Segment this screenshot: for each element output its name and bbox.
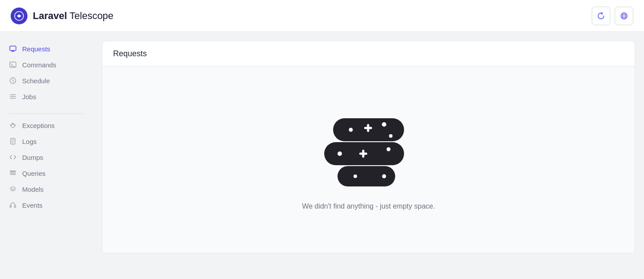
header-actions [592,7,633,25]
sidebar-item-logs[interactable]: Logs [0,133,93,149]
svg-point-41 [387,147,391,151]
header-brand: Laravel Telescope [11,8,114,24]
sidebar-divider [9,113,84,114]
sidebar-label-schedule: Schedule [22,77,50,85]
sidebar-label-dumps: Dumps [22,154,43,161]
file-icon [9,137,17,145]
rows-icon [9,169,17,177]
empty-illustration [315,109,422,189]
sidebar-item-queries[interactable]: Queries [0,165,93,181]
svg-point-45 [382,174,386,178]
sidebar-label-queries: Queries [22,170,46,177]
content-card: Requests [102,41,635,253]
sidebar-label-models: Models [22,186,43,193]
app-header: Laravel Telescope [0,0,644,32]
sidebar-label-logs: Logs [22,138,37,145]
svg-rect-30 [10,205,12,208]
svg-point-44 [353,174,357,178]
sidebar-item-models[interactable]: Models [0,181,93,197]
empty-message: We didn't find anything - just empty spa… [302,202,435,210]
main-content: Requests [93,32,644,279]
page-title: Requests [113,49,147,58]
globe-button[interactable] [615,7,633,25]
sidebar: Requests Commands Schedule [0,32,93,279]
monitor-icon [9,45,17,53]
app-layout: Requests Commands Schedule [0,32,644,279]
globe-icon [620,12,628,20]
sidebar-label-jobs: Jobs [22,93,36,101]
content-card-body: We didn't find anything - just empty spa… [102,67,635,253]
svg-point-40 [338,151,342,156]
svg-rect-43 [359,153,367,155]
sidebar-section-secondary: Exceptions Logs Dumps Quer [0,117,93,213]
app-title: Laravel Telescope [33,10,114,22]
sidebar-section-primary: Requests Commands Schedule [0,41,93,105]
svg-rect-7 [10,46,16,50]
clock-icon [9,77,17,85]
sidebar-label-requests: Requests [22,45,50,53]
sidebar-label-commands: Commands [22,61,56,69]
code-icon [9,153,17,161]
svg-rect-39 [364,127,372,129]
sidebar-item-requests[interactable]: Requests [0,41,93,57]
svg-rect-34 [338,166,395,186]
headphone-icon [9,201,17,209]
svg-point-1 [18,15,20,17]
sidebar-item-jobs[interactable]: Jobs [0,89,93,105]
svg-point-35 [349,128,353,132]
app-logo [11,8,27,24]
svg-point-36 [382,122,386,127]
terminal-icon [9,61,17,69]
refresh-button[interactable] [592,7,610,25]
sidebar-item-commands[interactable]: Commands [0,57,93,73]
sidebar-item-dumps[interactable]: Dumps [0,149,93,165]
content-card-header: Requests [102,41,635,67]
bug-icon [9,121,17,129]
sidebar-item-events[interactable]: Events [0,197,93,213]
sidebar-item-exceptions[interactable]: Exceptions [0,117,93,133]
sidebar-label-exceptions: Exceptions [22,122,55,129]
layers-icon [9,185,17,193]
sidebar-item-schedule[interactable]: Schedule [0,73,93,89]
list-icon [9,93,17,101]
sidebar-label-events: Events [22,202,43,209]
svg-point-37 [389,134,393,138]
refresh-icon [597,12,605,20]
svg-point-16 [11,124,15,128]
svg-rect-31 [15,205,16,208]
